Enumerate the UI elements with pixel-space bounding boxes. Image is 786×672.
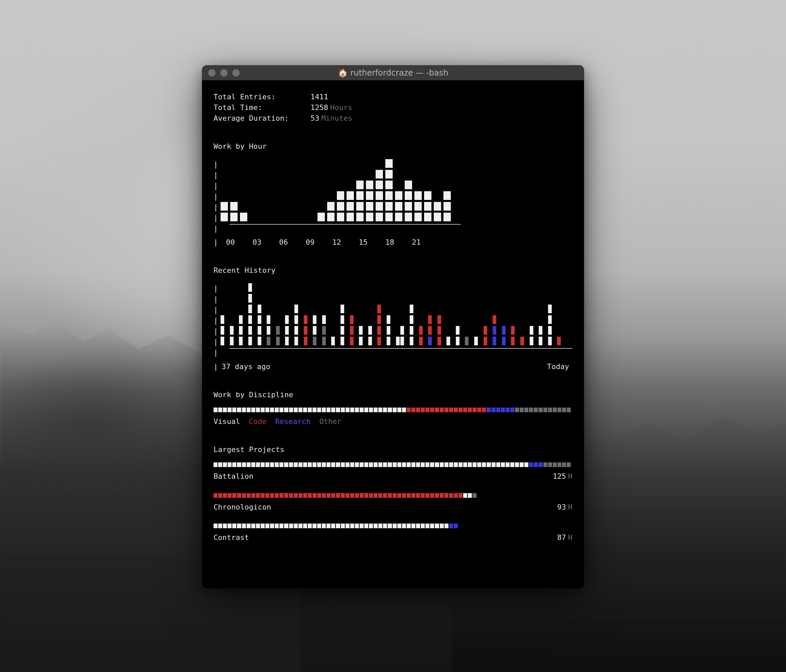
history-bar (382, 283, 386, 347)
discipline-cell (331, 408, 335, 412)
discipline-cell (364, 408, 368, 412)
discipline-cell (407, 408, 411, 412)
discipline-cell (510, 408, 514, 412)
discipline-cell (543, 408, 547, 412)
hour-bar (395, 159, 402, 223)
history-bar (465, 283, 468, 347)
hour-bar (414, 159, 422, 223)
discipline-cell (473, 408, 476, 412)
discipline-cell (308, 408, 312, 412)
history-bar (253, 283, 257, 347)
discipline-cell (383, 408, 387, 412)
stat-row: Average Duration:53Minutes (214, 113, 572, 124)
history-bar (451, 283, 455, 347)
y-axis: ||| ||| (214, 159, 218, 223)
close-icon[interactable] (208, 69, 215, 77)
project-bar (214, 493, 477, 498)
discipline-cell (232, 408, 236, 412)
hour-baseline (230, 224, 461, 225)
discipline-cell (294, 408, 298, 412)
hour-bar (405, 159, 412, 223)
discipline-cell (440, 408, 444, 412)
history-bars (220, 283, 566, 347)
history-bar (285, 283, 289, 347)
discipline-cell (557, 408, 561, 412)
history-bar (327, 283, 330, 347)
window-titlebar[interactable]: 🏠 rutherfordcraze — -bash (202, 66, 584, 80)
discipline-cell (374, 408, 377, 412)
hour-axis-labels: | 00 03 06 09 12 15 18 21 (214, 237, 572, 248)
history-bar (534, 283, 538, 347)
window-title: 🏠 rutherfordcraze — -bash (202, 68, 584, 77)
stat-value: 1258 (310, 102, 328, 113)
stat-value: 53 (310, 113, 319, 124)
discipline-cell (459, 408, 462, 412)
history-bar (387, 283, 390, 347)
section-title-work-by-hour: Work by Hour (214, 141, 572, 152)
discipline-cell (524, 408, 528, 412)
history-bar (548, 283, 552, 347)
discipline-cell (506, 408, 509, 412)
history-bar (493, 283, 496, 347)
hour-bars (220, 159, 451, 223)
history-bar (248, 283, 252, 347)
section-title-discipline: Work by Discipline (214, 389, 572, 400)
discipline-cell (538, 408, 542, 412)
window-title-text: rutherfordcraze — -bash (351, 68, 448, 77)
history-bar (484, 283, 487, 347)
discipline-cell (360, 408, 363, 412)
history-bar (341, 283, 344, 347)
minimize-icon[interactable] (220, 69, 228, 77)
history-bar (318, 283, 321, 347)
history-bar (507, 283, 510, 347)
history-bar (267, 283, 270, 347)
legend-visual: Visual (214, 416, 240, 427)
project-bar (214, 524, 458, 528)
history-bar (414, 283, 418, 347)
project-hours: 125 (553, 471, 566, 482)
discipline-cell (247, 408, 251, 412)
discipline-cell (223, 408, 227, 412)
project-hours-unit: H (568, 471, 572, 482)
history-bar (511, 283, 515, 347)
discipline-cell (501, 408, 505, 412)
history-bar (304, 283, 307, 347)
history-bar (258, 283, 261, 347)
stat-label: Total Entries: (214, 91, 310, 102)
discipline-cell (251, 408, 255, 412)
discipline-cell (416, 408, 420, 412)
history-bar (516, 283, 519, 347)
stat-row: Total Entries:1411 (214, 91, 572, 102)
discipline-cell (237, 408, 241, 412)
discipline-cell (303, 408, 307, 412)
y-axis: ||| ||| (214, 283, 218, 347)
recent-history-chart: ||| ||| (214, 283, 572, 347)
terminal-content: Total Entries:1411Total Time:1258HoursAv… (202, 80, 584, 550)
history-bar (359, 283, 363, 347)
history-baseline (230, 348, 572, 349)
history-bar (461, 283, 464, 347)
discipline-cell (567, 408, 571, 412)
hour-bar (220, 159, 228, 223)
history-bar (488, 283, 492, 347)
history-bar (419, 283, 423, 347)
legend-other: Other (319, 416, 341, 427)
history-bar (396, 283, 400, 347)
project-item: Chronologicon93H (214, 493, 572, 513)
project-hours: 87 (557, 532, 566, 543)
window-controls (208, 69, 240, 77)
hour-bar (376, 159, 383, 223)
section-title-recent-history: Recent History (214, 265, 572, 276)
discipline-cell (388, 408, 391, 412)
history-bar (497, 283, 501, 347)
discipline-cell (327, 408, 330, 412)
history-bar (290, 283, 293, 347)
discipline-cell (482, 408, 486, 412)
zoom-icon[interactable] (232, 69, 240, 77)
hour-bar (259, 159, 267, 223)
history-bar (530, 283, 533, 347)
legend-research: Research (275, 416, 310, 427)
history-bar (400, 283, 404, 347)
discipline-cell (435, 408, 439, 412)
discipline-cell (520, 408, 523, 412)
